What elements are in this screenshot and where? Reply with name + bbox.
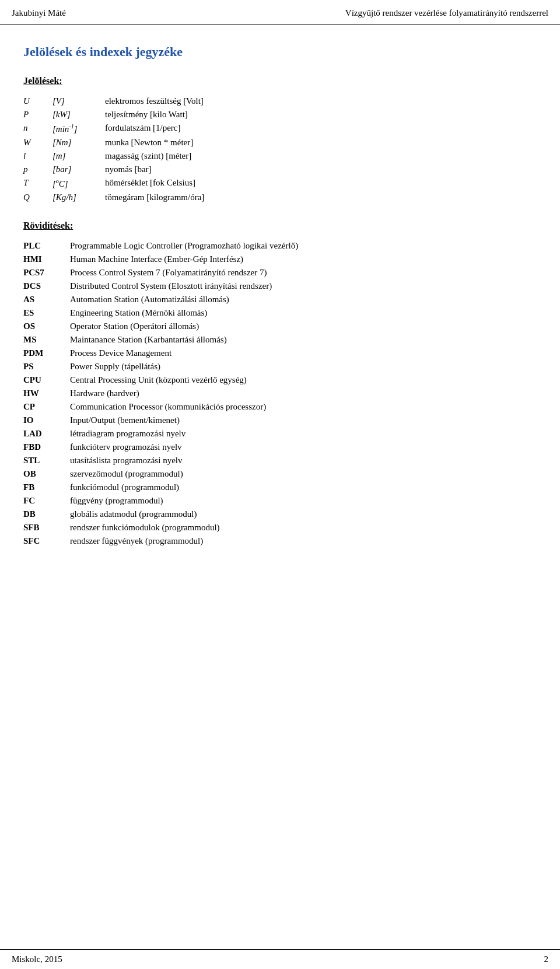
page-header: Jakubinyi Máté Vízgyűjtő rendszer vezérl… (0, 0, 560, 25)
abbrev-cell: AS (23, 293, 70, 306)
definition-cell: fordulatszám [1/perc] (105, 121, 537, 136)
unit-cell: [V] (52, 95, 105, 108)
abbrev-row: LADlétradiagram programozási nyelv (23, 427, 537, 440)
page-title: Jelölések és indexek jegyzéke (23, 44, 537, 60)
abbrev-row: HWHardware (hardver) (23, 387, 537, 400)
abbrev-row: STLutasításlista programozási nyelv (23, 454, 537, 467)
abbrev-cell: PS (23, 360, 70, 373)
unit-cell: [kW] (52, 108, 105, 121)
definition-row: Q[Kg/h]tömegáram [kilogramm/óra] (23, 191, 537, 204)
abbrev-row: PCS7Process Control System 7 (Folyamatir… (23, 266, 537, 279)
footer-right: 2 (544, 954, 549, 964)
abbrev-cell: OS (23, 320, 70, 333)
unit-cell: [bar] (52, 163, 105, 176)
abbrev-description-cell: Process Control System 7 (Folyamatirányí… (70, 266, 537, 279)
abbrev-row: ASAutomation Station (Automatizálási áll… (23, 293, 537, 306)
abbrev-description-cell: függvény (programmodul) (70, 494, 537, 508)
unit-cell: [min-1] (52, 121, 105, 136)
abbrev-description-cell: Power Supply (tápellátás) (70, 360, 537, 373)
abbrev-table: PLCProgrammable Logic Controller (Progra… (23, 239, 537, 548)
abbrev-description-cell: Central Processing Unit (központi vezérl… (70, 373, 537, 387)
abbrev-cell: HW (23, 387, 70, 400)
symbol-cell: p (23, 163, 52, 176)
abbrev-description-cell: funkciómodul (programmodul) (70, 481, 537, 494)
abbrev-row: CPCommunication Processor (kommunikációs… (23, 400, 537, 414)
definition-row: l[m]magasság (szint) [méter] (23, 149, 537, 163)
abbrev-row: CPUCentral Processing Unit (központi vez… (23, 373, 537, 387)
abbrev-row: ESEngineering Station (Mérnöki állomás) (23, 306, 537, 320)
symbol-cell: n (23, 121, 52, 136)
abbrev-row: OSOperator Station (Operátori állomás) (23, 320, 537, 333)
symbol-cell: l (23, 149, 52, 163)
definition-cell: munka [Newton * méter] (105, 136, 537, 149)
symbol-cell: Q (23, 191, 52, 204)
abbrev-cell: DCS (23, 279, 70, 293)
abbrev-description-cell: Maintanance Station (Karbantartási állom… (70, 333, 537, 347)
abbrev-cell: FBD (23, 440, 70, 454)
abbrev-description-cell: rendszer funkciómodulok (programmodul) (70, 521, 537, 534)
abbrev-row: FBfunkciómodul (programmodul) (23, 481, 537, 494)
section-jelolések: Jelölések: U[V]elektromos feszültség [Vo… (23, 76, 537, 204)
abbrev-cell: IO (23, 414, 70, 427)
definitions-table: U[V]elektromos feszültség [Volt]P[kW]tel… (23, 95, 537, 204)
abbrev-description-cell: Engineering Station (Mérnöki állomás) (70, 306, 537, 320)
symbol-cell: P (23, 108, 52, 121)
abbrev-row: FCfüggvény (programmodul) (23, 494, 537, 508)
symbol-cell: T (23, 176, 52, 191)
abbrev-row: PLCProgrammable Logic Controller (Progra… (23, 239, 537, 253)
abbrev-description-cell: Hardware (hardver) (70, 387, 537, 400)
definition-cell: tömegáram [kilogramm/óra] (105, 191, 537, 204)
abbrev-description-cell: Communication Processor (kommunikációs p… (70, 400, 537, 414)
abbrev-cell: MS (23, 333, 70, 347)
header-left: Jakubinyi Máté (12, 8, 66, 18)
abbrev-cell: ES (23, 306, 70, 320)
definition-cell: elektromos feszültség [Volt] (105, 95, 537, 108)
abbrev-row: OBszervezőmodul (programmodul) (23, 467, 537, 481)
abbrev-cell: CP (23, 400, 70, 414)
symbol-cell: U (23, 95, 52, 108)
abbrev-row: PDMProcess Device Management (23, 347, 537, 360)
abbrev-row: IOInput/Output (bement/kimenet) (23, 414, 537, 427)
footer-left: Miskolc, 2015 (12, 954, 62, 964)
abbrev-description-cell: Distributed Control System (Elosztott ir… (70, 279, 537, 293)
abbrev-description-cell: létradiagram programozási nyelv (70, 427, 537, 440)
page-footer: Miskolc, 2015 2 (0, 949, 560, 969)
abbrev-description-cell: globális adatmodul (programmodul) (70, 508, 537, 521)
abbrev-cell: PLC (23, 239, 70, 253)
definition-cell: magasság (szint) [méter] (105, 149, 537, 163)
abbrev-description-cell: Operator Station (Operátori állomás) (70, 320, 537, 333)
abbrev-cell: DB (23, 508, 70, 521)
definition-row: P[kW]teljesítmény [kilo Watt] (23, 108, 537, 121)
definition-row: W[Nm]munka [Newton * méter] (23, 136, 537, 149)
abbrev-row: PSPower Supply (tápellátás) (23, 360, 537, 373)
abbrev-cell: LAD (23, 427, 70, 440)
definition-cell: teljesítmény [kilo Watt] (105, 108, 537, 121)
abbrev-row: FBDfunkcióterv programozási nyelv (23, 440, 537, 454)
abbrev-description-cell: Automation Station (Automatizálási állom… (70, 293, 537, 306)
abbrev-cell: PCS7 (23, 266, 70, 279)
abbrev-cell: STL (23, 454, 70, 467)
abbrev-cell: PDM (23, 347, 70, 360)
abbrev-cell: HMI (23, 253, 70, 266)
abbrev-cell: FB (23, 481, 70, 494)
definition-row: p[bar]nyomás [bar] (23, 163, 537, 176)
abbrev-description-cell: szervezőmodul (programmodul) (70, 467, 537, 481)
abbrev-cell: FC (23, 494, 70, 508)
rovidítések-heading: Rövidítések: (23, 221, 537, 231)
abbrev-cell: CPU (23, 373, 70, 387)
abbrev-description-cell: Human Machine Interface (Ember-Gép Inter… (70, 253, 537, 266)
abbrev-row: DBglobális adatmodul (programmodul) (23, 508, 537, 521)
abbrev-row: SFBrendszer funkciómodulok (programmodul… (23, 521, 537, 534)
abbrev-row: MSMaintanance Station (Karbantartási áll… (23, 333, 537, 347)
jelolések-heading: Jelölések: (23, 76, 537, 86)
unit-cell: [Nm] (52, 136, 105, 149)
abbrev-cell: OB (23, 467, 70, 481)
abbrev-description-cell: rendszer függvények (programmodul) (70, 534, 537, 548)
abbrev-row: HMIHuman Machine Interface (Ember-Gép In… (23, 253, 537, 266)
definition-row: n[min-1]fordulatszám [1/perc] (23, 121, 537, 136)
abbrev-cell: SFB (23, 521, 70, 534)
definition-row: U[V]elektromos feszültség [Volt] (23, 95, 537, 108)
abbrev-description-cell: Input/Output (bement/kimenet) (70, 414, 537, 427)
unit-cell: [oC] (52, 176, 105, 191)
abbrev-description-cell: funkcióterv programozási nyelv (70, 440, 537, 454)
